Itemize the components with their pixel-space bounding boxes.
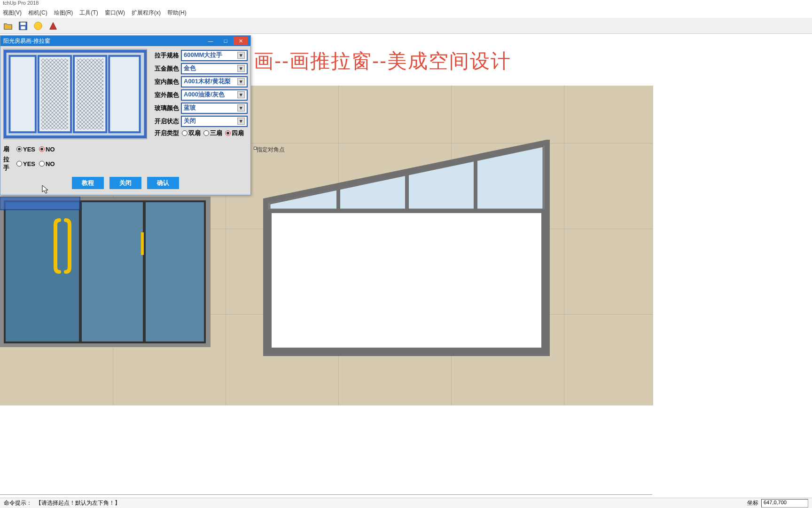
svg-rect-22 bbox=[41, 59, 68, 129]
dialog-form: 拉手规格 600MM大拉手 五金颜色 金色 室内颜色 A001木材/黄花梨 室外… bbox=[151, 49, 248, 139]
svg-rect-16 bbox=[141, 232, 144, 255]
select-hw-color[interactable]: 金色 bbox=[181, 63, 248, 74]
svg-rect-1 bbox=[21, 22, 26, 25]
dialog-title: 阳光房易画-推拉窗 bbox=[3, 37, 50, 45]
svg-rect-15 bbox=[0, 197, 80, 210]
close-icon[interactable]: ✕ bbox=[234, 37, 248, 45]
radio-sash-yes[interactable]: YES bbox=[16, 146, 35, 153]
radio-open-type-2[interactable]: 双扇 bbox=[182, 129, 201, 137]
select-handle-spec[interactable]: 600MM大拉手 bbox=[181, 50, 248, 61]
label-handle-spec: 拉手规格 bbox=[151, 51, 179, 60]
menu-window[interactable]: 窗口(W) bbox=[105, 9, 125, 17]
main-toolbar bbox=[0, 18, 812, 34]
radio-sash-no[interactable]: NO bbox=[39, 146, 55, 153]
svg-rect-13 bbox=[81, 201, 144, 342]
label-in-color: 室内颜色 bbox=[151, 78, 179, 86]
svg-rect-2 bbox=[21, 26, 25, 29]
select-open-state[interactable]: 关闭 bbox=[181, 116, 248, 127]
minimize-icon[interactable]: — bbox=[203, 37, 218, 45]
svg-point-3 bbox=[34, 22, 42, 30]
radio-handle-no[interactable]: NO bbox=[39, 160, 55, 167]
status-prompt-text: 【请选择起点！默认为左下角！】 bbox=[36, 499, 120, 507]
sliding-door-render bbox=[0, 197, 211, 347]
svg-rect-21 bbox=[109, 56, 140, 132]
svg-rect-14 bbox=[145, 201, 205, 342]
menu-camera[interactable]: 相机(C) bbox=[28, 9, 47, 17]
label-hw-color: 五金颜色 bbox=[151, 64, 179, 73]
coord-input[interactable]: 647,0,700 bbox=[761, 499, 808, 508]
label-handle: 拉手 bbox=[3, 155, 13, 172]
save-icon[interactable] bbox=[17, 20, 29, 32]
dialog-preview-panel bbox=[3, 49, 147, 139]
menu-view[interactable]: 视图(V) bbox=[3, 9, 22, 17]
confirm-button[interactable]: 确认 bbox=[147, 177, 179, 189]
svg-rect-18 bbox=[9, 56, 35, 132]
menu-extensions[interactable]: 扩展程序(x) bbox=[132, 9, 161, 17]
close-button[interactable]: 关闭 bbox=[109, 177, 141, 189]
svg-rect-9 bbox=[270, 211, 543, 349]
app-title: tchUp Pro 2018 bbox=[3, 0, 39, 6]
window-frame-preview bbox=[263, 140, 550, 356]
label-out-color: 室外颜色 bbox=[151, 91, 179, 99]
cursor-pointer-icon bbox=[42, 185, 49, 194]
tutorial-button[interactable]: 教程 bbox=[72, 177, 104, 189]
menu-help[interactable]: 帮助(H) bbox=[167, 9, 187, 17]
maximize-icon[interactable]: □ bbox=[219, 37, 233, 45]
label-glass-color: 玻璃颜色 bbox=[151, 104, 179, 112]
status-bar: 命令提示： 【请选择起点！默认为左下角！】 坐标 647,0,700 bbox=[0, 498, 812, 508]
dimension-line bbox=[0, 494, 652, 495]
select-in-color[interactable]: A001木材/黄花梨 bbox=[181, 76, 248, 87]
sliding-window-dialog: 阳光房易画-推拉窗 — □ ✕ 拉手规格 600MM大拉手 bbox=[0, 35, 251, 195]
radio-open-type-4[interactable]: 四扇 bbox=[225, 129, 244, 137]
select-glass-color[interactable]: 蓝玻 bbox=[181, 103, 248, 114]
radio-open-type-3[interactable]: 三扇 bbox=[203, 129, 222, 137]
dialog-title-bar[interactable]: 阳光房易画-推拉窗 — □ ✕ bbox=[0, 36, 250, 46]
menu-tools[interactable]: 工具(T) bbox=[79, 9, 98, 17]
status-coord-label: 坐标 bbox=[747, 499, 758, 507]
radio-handle-yes[interactable]: YES bbox=[16, 160, 35, 167]
open-icon[interactable] bbox=[2, 20, 14, 32]
menu-bar: 视图(V) 相机(C) 绘图(R) 工具(T) 窗口(W) 扩展程序(x) 帮助… bbox=[0, 8, 812, 18]
status-prompt-label: 命令提示： bbox=[4, 499, 32, 507]
select-out-color[interactable]: A000油漆/灰色 bbox=[181, 89, 248, 101]
plugin-icon-2[interactable] bbox=[47, 20, 59, 32]
app-title-bar: tchUp Pro 2018 bbox=[0, 0, 812, 8]
label-open-state: 开启状态 bbox=[151, 117, 179, 126]
plugin-icon-1[interactable] bbox=[32, 20, 44, 32]
label-open-type: 开启类型 bbox=[151, 129, 179, 137]
watermark-text: 画--画推拉窗--美成空间设计 bbox=[254, 48, 511, 74]
svg-rect-23 bbox=[77, 59, 103, 129]
menu-draw[interactable]: 绘图(R) bbox=[54, 9, 73, 17]
label-sash: 扇 bbox=[3, 145, 13, 153]
